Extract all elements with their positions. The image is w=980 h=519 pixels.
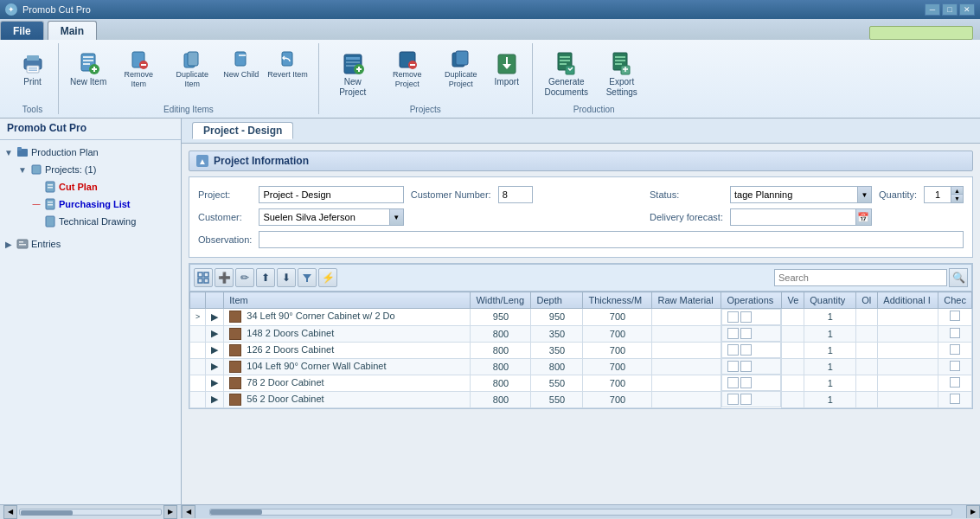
- sidebar-item-production-plan[interactable]: ▼ Production Plan: [0, 144, 181, 161]
- export-settings-button[interactable]: Export Settings: [595, 47, 649, 100]
- svg-rect-48: [48, 187, 53, 189]
- ops-check2-5[interactable]: [740, 394, 752, 405]
- ops-check1-2[interactable]: [727, 344, 739, 356]
- row-expand-4[interactable]: [190, 375, 206, 391]
- print-button[interactable]: Print: [15, 47, 51, 90]
- tab-main[interactable]: Main: [48, 21, 97, 40]
- item-icon-4: [229, 377, 241, 389]
- title-bar-controls: ─ □ ✕: [925, 3, 975, 16]
- sidebar-scroll-track: [19, 509, 162, 516]
- scroll-left-btn[interactable]: ◀: [182, 505, 195, 519]
- row-ops-3: [721, 358, 781, 375]
- status-select[interactable]: ▼: [730, 186, 872, 203]
- tab-file[interactable]: File: [0, 21, 44, 40]
- row-checkbox-1[interactable]: [950, 328, 960, 338]
- customer-select[interactable]: ▼: [259, 208, 403, 226]
- tools-group-label: Tools: [22, 105, 42, 114]
- duplicate-item-button[interactable]: Duplicate Item: [166, 47, 218, 92]
- row-material-0: [652, 309, 721, 326]
- sidebar-item-technical-drawing[interactable]: Technical Drawing: [28, 213, 181, 230]
- toolbar-grid-btn[interactable]: [194, 268, 213, 287]
- table-row: ▶ 78 2 Door Cabinet 800 550 700 1: [190, 375, 972, 391]
- row-ve-3: [782, 358, 804, 375]
- quantity-input[interactable]: [925, 189, 951, 200]
- toolbar-filter-btn[interactable]: [298, 268, 317, 287]
- new-project-button[interactable]: New Project: [326, 47, 380, 100]
- delivery-calendar-btn[interactable]: 📅: [855, 209, 871, 225]
- project-input[interactable]: [259, 186, 403, 203]
- ops-check1-0[interactable]: [727, 311, 739, 323]
- sidebar-scroll-left[interactable]: ◀: [3, 505, 17, 519]
- row-checkbox-4[interactable]: [950, 377, 960, 388]
- customer-select-input[interactable]: [259, 209, 388, 225]
- toolbar-down-btn[interactable]: ⬇: [277, 268, 296, 287]
- delivery-input[interactable]: [731, 212, 855, 222]
- entries-arrow: ▶: [3, 239, 14, 249]
- quantity-down-button[interactable]: ▼: [951, 195, 963, 202]
- row-arrow-5[interactable]: ▶: [206, 391, 224, 407]
- row-expand-2[interactable]: [190, 342, 206, 358]
- row-checkbox-3[interactable]: [950, 361, 960, 371]
- new-child-button[interactable]: New Child: [220, 47, 262, 82]
- grid-search-input[interactable]: [774, 269, 947, 286]
- row-arrow-0[interactable]: ▶: [206, 309, 224, 326]
- minimize-button[interactable]: ─: [925, 3, 940, 16]
- customer-dropdown-btn[interactable]: ▼: [389, 209, 403, 225]
- sidebar-scroll-right[interactable]: ▶: [163, 505, 177, 519]
- observation-input[interactable]: [259, 231, 964, 248]
- generate-docs-button[interactable]: Generate Documents: [540, 47, 593, 100]
- ops-check2-4[interactable]: [740, 377, 752, 388]
- row-expand-1[interactable]: [190, 325, 206, 342]
- ops-check2-0[interactable]: [740, 311, 752, 323]
- row-expand-3[interactable]: [190, 358, 206, 375]
- row-expand-5[interactable]: [190, 391, 206, 407]
- col-additional: Additional I: [878, 292, 938, 309]
- grid-search-button[interactable]: 🔍: [949, 268, 968, 287]
- row-thickness-1: 700: [583, 325, 652, 342]
- duplicate-project-button[interactable]: Duplicate Project: [435, 47, 487, 92]
- sidebar-item-entries[interactable]: ▶ Entries: [0, 235, 181, 253]
- ops-check1-1[interactable]: [727, 328, 739, 339]
- status-select-input[interactable]: [731, 189, 857, 200]
- row-arrow-4[interactable]: ▶: [206, 375, 224, 391]
- sidebar-item-projects[interactable]: ▼ Projects: (1): [14, 161, 181, 178]
- scroll-right-btn[interactable]: ▶: [966, 505, 980, 519]
- ops-check1-5[interactable]: [727, 394, 739, 405]
- remove-project-button[interactable]: Remove Project: [381, 47, 433, 92]
- customer-number-input[interactable]: [498, 186, 533, 203]
- row-arrow-1[interactable]: ▶: [206, 325, 224, 342]
- ops-check2-2[interactable]: [740, 344, 752, 356]
- sidebar-item-cut-plan[interactable]: Cut Plan: [28, 178, 181, 195]
- toolbar-edit-btn[interactable]: ✏: [235, 268, 254, 287]
- row-checkbox-5[interactable]: [950, 394, 960, 404]
- col-item: Item: [224, 292, 471, 309]
- ops-check2-1[interactable]: [740, 328, 752, 339]
- toolbar-sort-btn[interactable]: ⚡: [318, 268, 337, 287]
- row-arrow-2[interactable]: ▶: [206, 342, 224, 358]
- toolbar-up-btn[interactable]: ⬆: [256, 268, 275, 287]
- remove-item-button[interactable]: Remove Item: [112, 47, 164, 92]
- new-item-button[interactable]: New Item: [66, 47, 111, 90]
- ops-check1-4[interactable]: [727, 377, 739, 388]
- quantity-up-button[interactable]: ▲: [951, 187, 963, 195]
- item-icon-3: [229, 361, 241, 373]
- row-arrow-3[interactable]: ▶: [206, 358, 224, 375]
- sidebar-item-purchasing-list[interactable]: — Purchasing List: [28, 195, 181, 213]
- section-collapse-arrow[interactable]: ▲: [196, 155, 208, 167]
- ops-check1-3[interactable]: [727, 361, 739, 372]
- ribbon-search-input[interactable]: [869, 26, 973, 40]
- status-dropdown-btn[interactable]: ▼: [857, 187, 871, 202]
- row-ve-4: [782, 375, 804, 391]
- maximize-button[interactable]: □: [942, 3, 958, 16]
- import-button[interactable]: Import: [489, 47, 525, 90]
- row-checkbox-0[interactable]: [950, 311, 960, 321]
- ribbon-content: Print Tools: [0, 40, 980, 118]
- row-expand-0[interactable]: >: [190, 309, 206, 326]
- revert-item-button[interactable]: Revert Item: [264, 47, 311, 82]
- close-button[interactable]: ✕: [959, 3, 975, 16]
- toolbar-add-btn[interactable]: ➕: [215, 268, 234, 287]
- tab-project-design[interactable]: Project - Design: [192, 122, 293, 139]
- ops-check2-3[interactable]: [740, 361, 752, 372]
- title-bar-left: ✦ Promob Cut Pro: [5, 3, 91, 16]
- row-checkbox-2[interactable]: [950, 344, 960, 355]
